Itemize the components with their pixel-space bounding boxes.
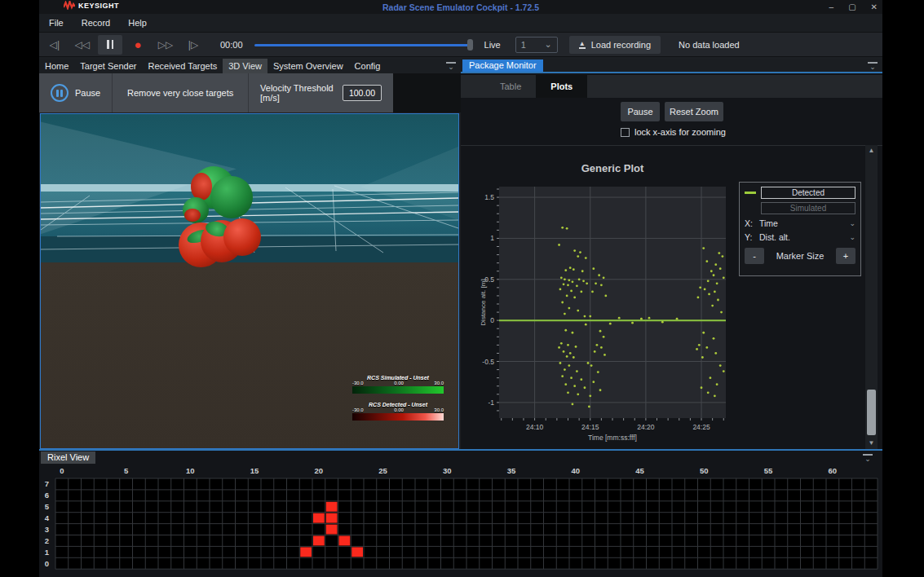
- playback-toolbar: ◁| ◁◁ ● ▷▷ |▷ 00:00 Live 1 ⌄ ▲ Load reco…: [39, 33, 882, 57]
- 3d-viewport[interactable]: RCS Simulated - Unset -30.0 0.00 30.0 RC…: [40, 113, 459, 449]
- rewind-button[interactable]: ◁◁: [70, 35, 95, 55]
- pause-icon: [107, 40, 113, 49]
- pause-playback-button[interactable]: [98, 35, 122, 55]
- svg-text:0: 0: [45, 559, 49, 568]
- svg-text:0: 0: [490, 316, 494, 324]
- sphere-patch: [184, 209, 201, 222]
- svg-text:20: 20: [315, 466, 324, 475]
- rixel-view-title: Rixel View: [41, 451, 95, 464]
- tab-3d-view[interactable]: 3D View: [223, 59, 267, 73]
- view-toolbar: Pause Remove very close targets Velocity…: [39, 73, 461, 112]
- svg-text:1: 1: [490, 234, 494, 242]
- load-recording-button[interactable]: ▲ Load recording: [569, 36, 661, 54]
- svg-text:-1: -1: [488, 399, 494, 407]
- rcs-sim-mid: 0.00: [394, 381, 404, 385]
- svg-text:10: 10: [186, 466, 195, 475]
- chevron-down-icon: ⌄: [849, 233, 855, 241]
- y-axis-label: Y:: [745, 232, 759, 242]
- rixel-view-float-icon[interactable]: ⌄: [863, 454, 873, 462]
- tab-config[interactable]: Config: [349, 59, 387, 73]
- rixel-grid[interactable]: 05101520253035404550556076543210: [39, 465, 882, 577]
- speed-value: 1: [521, 40, 526, 50]
- window-title: Radar Scene Emulator Cockpit - 1.72.5: [39, 2, 882, 12]
- scene-pause-button[interactable]: Pause: [39, 73, 112, 112]
- target-sphere: [183, 197, 209, 223]
- upload-icon: ▲: [579, 41, 586, 49]
- scroll-thumb[interactable]: [867, 390, 876, 435]
- velocity-threshold-label: Velocity Threshold [m/s]: [260, 83, 336, 103]
- tab-received-targets[interactable]: Received Targets: [142, 59, 223, 73]
- svg-text:55: 55: [764, 466, 773, 475]
- plot-area: Generic Plot1.510.50-0.5-124:1024:1524:2…: [461, 145, 882, 449]
- tab-table[interactable]: Table: [485, 75, 536, 98]
- remove-close-targets-button[interactable]: Remove very close targets: [113, 73, 248, 112]
- lock-x-axis-checkbox-group[interactable]: lock x-axis for zooming: [621, 127, 726, 137]
- menu-item-record[interactable]: Record: [82, 18, 110, 28]
- lock-x-axis-checkbox[interactable]: [621, 128, 630, 137]
- rcs-detected-title: RCS Detected - Unset: [352, 402, 444, 407]
- sphere-patch: [191, 173, 212, 200]
- tab-system-overview[interactable]: System Overview: [267, 59, 349, 73]
- detected-toggle-button[interactable]: Detected: [761, 187, 855, 199]
- svg-text:4: 4: [45, 513, 50, 522]
- svg-text:5: 5: [45, 502, 50, 511]
- detected-series-swatch: [745, 192, 756, 194]
- reset-zoom-button[interactable]: Reset Zoom: [665, 102, 723, 121]
- tab-target-sender[interactable]: Target Sender: [74, 59, 142, 73]
- load-recording-label: Load recording: [591, 40, 651, 50]
- app-window: KEYSIGHT Radar Scene Emulator Cockpit - …: [39, 0, 882, 577]
- svg-text:24:20: 24:20: [637, 423, 655, 431]
- menu-item-file[interactable]: File: [49, 18, 64, 28]
- package-monitor-title: Package Monitor: [462, 59, 543, 72]
- marker-size-decrease-button[interactable]: -: [745, 248, 764, 264]
- record-button[interactable]: ●: [126, 35, 150, 55]
- maximize-button[interactable]: ▢: [848, 2, 855, 11]
- velocity-threshold-input[interactable]: [343, 85, 382, 101]
- plot-pause-button[interactable]: Pause: [621, 102, 660, 121]
- menu-item-help[interactable]: Help: [128, 18, 147, 28]
- svg-text:1: 1: [45, 548, 50, 557]
- left-tabs: HomeTarget SenderReceived Targets3D View…: [39, 59, 386, 73]
- close-button[interactable]: ✕: [871, 2, 878, 11]
- recording-status: No data loaded: [679, 40, 740, 50]
- speed-select[interactable]: 1 ⌄: [515, 37, 558, 53]
- generic-plot-chart[interactable]: Generic Plot1.510.50-0.5-124:1024:1524:2…: [480, 157, 757, 451]
- svg-text:24:10: 24:10: [526, 423, 544, 431]
- minimize-button[interactable]: –: [829, 2, 834, 11]
- rcs-detected-legend: RCS Detected - Unset -30.0 0.00 30.0: [352, 402, 444, 421]
- left-tab-bar: HomeTarget SenderReceived Targets3D View…: [39, 59, 461, 73]
- x-axis-select[interactable]: X: Time ⌄: [745, 218, 855, 228]
- timeline-slider[interactable]: [254, 39, 473, 51]
- scroll-down-arrow[interactable]: ▼: [865, 438, 878, 449]
- tab-plots[interactable]: Plots: [536, 75, 587, 98]
- target-sphere: [223, 218, 261, 256]
- package-monitor-tabs: TablePlots: [461, 75, 882, 98]
- fast-forward-button[interactable]: ▷▷: [153, 35, 178, 55]
- svg-text:24:25: 24:25: [692, 423, 710, 431]
- left-panel-float-icon[interactable]: ⌄: [446, 62, 456, 70]
- svg-text:15: 15: [250, 466, 259, 475]
- svg-text:1.5: 1.5: [484, 193, 494, 201]
- simulated-toggle-button[interactable]: Simulated: [761, 202, 855, 214]
- package-monitor-panel: Package Monitor ⌄ TablePlots Pause Reset…: [461, 59, 882, 449]
- svg-text:0: 0: [60, 466, 64, 475]
- svg-text:5: 5: [124, 466, 129, 475]
- scroll-up-arrow[interactable]: ▲: [865, 145, 878, 156]
- slider-track[interactable]: [254, 44, 473, 46]
- y-axis-select[interactable]: Y: Dist. alt. ⌄: [745, 232, 855, 242]
- rcs-det-min: -30.0: [352, 407, 364, 412]
- marker-size-increase-button[interactable]: +: [836, 248, 855, 264]
- slider-handle[interactable]: [467, 39, 473, 51]
- svg-text:60: 60: [829, 466, 838, 475]
- rcs-det-max: 30.0: [434, 407, 444, 412]
- package-monitor-float-icon[interactable]: ⌄: [868, 62, 878, 70]
- x-axis-value: Time: [759, 218, 778, 228]
- svg-text:35: 35: [507, 466, 516, 475]
- pause-circle-icon: [51, 84, 69, 102]
- tab-home[interactable]: Home: [39, 59, 74, 73]
- step-back-button[interactable]: ◁|: [42, 35, 67, 55]
- plot-scrollbar[interactable]: ▲ ▼: [865, 145, 878, 449]
- svg-text:Generic Plot: Generic Plot: [581, 162, 644, 174]
- rcs-simulated-title: RCS Simulated - Unset: [352, 375, 444, 381]
- play-button[interactable]: |▷: [181, 35, 206, 55]
